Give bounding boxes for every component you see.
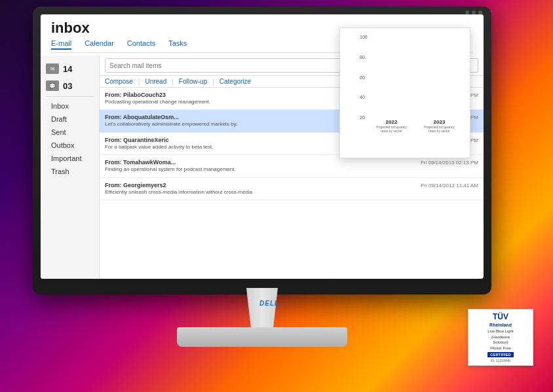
email-from-2: From: QuarantineXeric (105, 137, 169, 143)
chart-bars-area (368, 35, 463, 120)
y-label-0: 20 (360, 115, 368, 120)
x-year-2022: 2022 (368, 119, 415, 125)
x-label-2022: 2022 Projected occupancyrates by sector (368, 119, 415, 133)
chart-x-labels: 2022 Projected occupancyrates by sector … (368, 119, 463, 133)
followup-button[interactable]: Follow-up (179, 78, 207, 85)
sidebar-item-outbox[interactable]: Outbox (41, 139, 99, 152)
chat-badge: 💬 03 (41, 78, 99, 94)
chart-y-axis: 20 40 60 80 100 (360, 35, 368, 120)
y-label-1: 40 (360, 95, 368, 99)
sidebar-item-important[interactable]: Important (41, 152, 99, 165)
email-date-4: Fri 09/14/2012 11:41 AM (421, 183, 478, 188)
x-label-2023: 2023 Projected occupancyrates by sector (415, 119, 463, 133)
nav-contacts[interactable]: Contacts (127, 39, 155, 50)
mail-badge: ✉ 14 (41, 61, 99, 77)
chat-icon: 💬 (46, 80, 59, 91)
email-from-3: From: TomahawkWoma... (105, 159, 176, 166)
compose-button[interactable]: Compose (105, 78, 133, 85)
nav-email[interactable]: E-mail (51, 39, 71, 50)
chat-count: 03 (63, 81, 72, 91)
chart-container: 20 40 60 80 100 (347, 35, 463, 133)
email-preview-4: Efficiently unleash cross-media informat… (105, 189, 478, 196)
screen: inbox E-mail Calendar Contacts Tasks ✉ (41, 14, 484, 279)
tuv-id: ID: 11193446 (491, 359, 510, 363)
sidebar: ✉ 14 💬 03 Inbox Draft Sent Outbox Import… (41, 56, 100, 279)
tuv-rheinland: Rheinland (489, 323, 512, 327)
mail-count: 14 (63, 64, 72, 74)
chart-overlay: 20 40 60 80 100 (339, 27, 470, 158)
sidebar-item-draft[interactable]: Draft (41, 113, 99, 126)
monitor-frame: inbox E-mail Calendar Contacts Tasks ✉ (33, 7, 491, 294)
x-sub-2022: Projected occupancyrates by sector (368, 125, 415, 133)
nav-calendar[interactable]: Calendar (85, 39, 114, 50)
dell-logo: DELL (259, 300, 279, 307)
x-year-2023: 2023 (415, 119, 463, 125)
mail-icon: ✉ (46, 63, 59, 74)
email-preview-3: Finding an operational system for podcas… (105, 166, 478, 173)
email-from-1: From: AboquatulateOsm... (105, 114, 179, 120)
tuv-logo: TÜV (493, 312, 508, 321)
sidebar-divider (46, 96, 94, 97)
categorize-button[interactable]: Categorize (219, 78, 251, 85)
email-from-4: From: Georgiemyers2 (105, 182, 166, 188)
email-date-3: Fri 09/14/2013 02:13 PM (421, 160, 478, 166)
y-label-4: 100 (360, 35, 368, 39)
tuv-certified: CERTIFIED (487, 352, 514, 357)
nav-tasks[interactable]: Tasks (168, 39, 187, 50)
email-from-0: From: PilaboCouch23 (105, 92, 166, 98)
sidebar-item-inbox[interactable]: Inbox (41, 99, 99, 113)
sidebar-item-trash[interactable]: Trash (41, 165, 99, 178)
y-label-3: 80 (360, 55, 368, 60)
tuv-badge: TÜV Rheinland Low Blue Light (Hardware S… (468, 309, 533, 366)
monitor-stand-base (177, 327, 347, 347)
unread-button[interactable]: Unread (145, 78, 166, 85)
monitor: inbox E-mail Calendar Contacts Tasks ✉ (33, 7, 518, 366)
sidebar-item-sent[interactable]: Sent (41, 126, 99, 139)
email-item-4[interactable]: From: Georgiemyers2 Fri 09/14/2012 11:41… (100, 178, 484, 200)
x-sub-2023: Projected occupancyrates by sector (415, 125, 463, 133)
email-item-3[interactable]: From: TomahawkWoma... Fri 09/14/2013 02:… (100, 155, 484, 177)
y-label-2: 60 (360, 75, 368, 80)
tuv-description: Low Blue Light (Hardware Solution) Flick… (487, 329, 513, 351)
